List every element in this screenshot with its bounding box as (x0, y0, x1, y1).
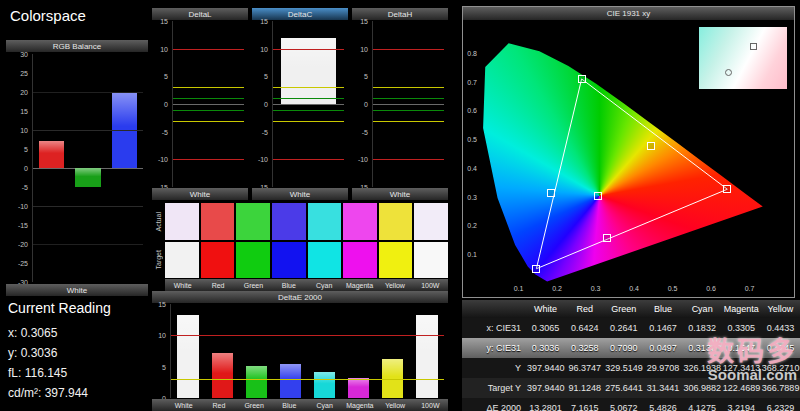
reference-line (373, 110, 444, 111)
y-axis-tick: 0 (24, 165, 28, 172)
y-axis-tick: 5 (164, 73, 168, 80)
table-column-header: Magenta (722, 300, 761, 318)
table-cell: 29.9708 (643, 358, 682, 378)
table-cell: 397.9440 (526, 358, 565, 378)
y-axis-tick: 0.7 (467, 78, 477, 85)
swatch-column-label: 100W (413, 282, 448, 289)
x-axis-tick: 0.6 (706, 285, 716, 292)
table-cell: 0.2641 (604, 318, 643, 338)
mini-circle-marker (725, 69, 732, 76)
table-cell: 5.0672 (604, 398, 643, 411)
y-axis-tick: 5 (364, 73, 368, 80)
reference-line (171, 379, 444, 380)
table-cell: 7.1615 (565, 398, 604, 411)
cie-point-yellow (647, 142, 655, 150)
swatch-actual-cyan (308, 203, 342, 240)
table-cell: 0.6424 (565, 318, 604, 338)
table-cell: 326.1938 (683, 358, 722, 378)
swatch-row-labels: ActualTarget (152, 203, 164, 278)
bar-red (39, 141, 65, 168)
bar-magenta (348, 378, 369, 398)
swatch-actual-blue (272, 203, 306, 240)
x-axis-label: White (166, 402, 201, 409)
bar-100w (416, 315, 437, 398)
table-row-x-cie31[interactable]: x: CIE310.30650.64240.26410.14670.18320.… (462, 318, 800, 338)
table-cell: 0.1832 (683, 318, 722, 338)
swatch-target-magenta (343, 242, 377, 279)
table-row-y-cie31[interactable]: y: CIE310.30360.32580.70900.04970.31300.… (462, 338, 800, 358)
reference-line (33, 244, 143, 245)
swatch-target-white (165, 242, 199, 279)
table-cell: 0.3258 (565, 338, 604, 358)
y-axis-tick: 0 (264, 101, 268, 108)
y-axis-tick: 10 (160, 45, 168, 52)
delta-l-x-label: White (152, 188, 248, 200)
current-reading-line: fL: 116.145 (8, 363, 111, 383)
gamut-triangle (536, 79, 727, 269)
swatch-column-label: White (165, 282, 200, 289)
swatch-actual-red (201, 203, 235, 240)
y-axis-tick: 15 (158, 301, 166, 308)
table-cell: 397.9440 (526, 378, 565, 398)
y-axis-tick: 15 (160, 18, 168, 25)
delta-c-chart: DeltaC 151050-5-10-15 White (252, 8, 348, 200)
bar-white (281, 38, 336, 104)
mini-square-marker (750, 43, 757, 50)
table-cell: 306.9882 (683, 378, 722, 398)
delta-l-y-axis: 151050-5-10-15 (152, 21, 170, 187)
cie-point-cyan (547, 189, 555, 197)
colorspace-app-window: Colorspace RGB Balance 302520151050-5-10… (0, 0, 800, 411)
y-axis-tick: -15 (18, 222, 28, 229)
zero-line (173, 104, 244, 105)
y-axis-tick: -25 (18, 260, 28, 267)
table-row-y[interactable]: Y397.944096.3747329.514929.9708326.19381… (462, 358, 800, 378)
x-axis-label: Cyan (307, 402, 342, 409)
cie-point-green (578, 75, 586, 83)
table-column-header: Cyan (683, 300, 722, 318)
reference-line (373, 121, 444, 122)
reference-line (273, 98, 344, 99)
y-axis-tick: 0.2 (467, 222, 477, 229)
swatch-row-label-actual: Actual (152, 203, 164, 241)
y-axis-tick: 10 (260, 45, 268, 52)
y-axis-tick: -10 (358, 156, 368, 163)
current-reading-line: y: 0.3036 (8, 343, 111, 363)
cie-diagram-panel: CIE 1931 xy 0.10.20.30.40.50.60.7 0.80.7… (462, 6, 795, 298)
y-axis-tick: 0.8 (467, 49, 477, 56)
y-axis-tick: 0.3 (467, 193, 477, 200)
cie-point-magenta (603, 234, 611, 242)
table-column-header: Blue (643, 300, 682, 318)
y-axis-tick: 0.5 (467, 136, 477, 143)
swatch-target-red (201, 242, 235, 279)
y-axis-tick: 0 (364, 101, 368, 108)
swatch-target-yellow (379, 242, 413, 279)
table-header-row: WhiteRedGreenBlueCyanMagentaYellow (462, 300, 800, 318)
reference-line (273, 110, 344, 111)
color-swatch-grid: ActualTarget WhiteRedGreenBlueCyanMagent… (152, 203, 448, 291)
rgb-balance-chart: RGB Balance 302520151050-5-10-15-20-25-3… (6, 40, 148, 296)
table-cell: 6.2329 (761, 398, 800, 411)
table-column-header: White (526, 300, 565, 318)
y-axis-tick: -5 (362, 128, 368, 135)
reference-line (173, 87, 244, 88)
zero-line (373, 104, 444, 105)
table-row-target-y[interactable]: Target Y397.944091.1248275.644131.344130… (462, 378, 800, 398)
swatch-column-label: Yellow (377, 282, 412, 289)
table-cell: 0.3305 (722, 318, 761, 338)
swatch-column-label: Red (200, 282, 235, 289)
y-axis-tick: 10 (20, 126, 28, 133)
reference-line (373, 49, 444, 50)
table-cell: 368.2710 (761, 358, 800, 378)
table-cell: 0.7090 (604, 338, 643, 358)
table-corner-cell (462, 300, 526, 318)
y-axis-tick: 5 (264, 73, 268, 80)
delta-e-2000-chart: DeltaE 2000 151050 WhiteRedGreenBlueCyan… (152, 291, 448, 411)
swatch-actual-yellow (379, 203, 413, 240)
zero-line (273, 104, 344, 105)
table-row--e-2000[interactable]: ΔE 200013.28017.16155.06725.48264.12753.… (462, 398, 800, 411)
reference-line (173, 121, 244, 122)
delta-e-2000-title: DeltaE 2000 (152, 291, 448, 303)
y-axis-tick: 15 (20, 108, 28, 115)
x-axis-tick: 0.5 (668, 285, 678, 292)
current-reading-line: cd/m²: 397.944 (8, 383, 111, 403)
